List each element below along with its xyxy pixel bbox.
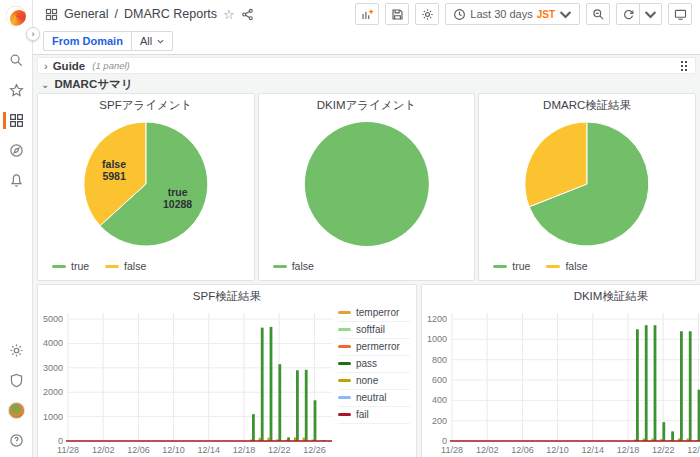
help-icon: [9, 433, 24, 448]
share-icon[interactable]: [241, 8, 254, 21]
svg-text:2000: 2000: [43, 387, 63, 397]
legend-color-dash: [493, 265, 507, 268]
svg-text:200: 200: [432, 416, 447, 426]
svg-text:12/18: 12/18: [233, 445, 256, 455]
sidebar-item-alerting[interactable]: [0, 172, 32, 189]
chart-legend: temperrorsoftfailpermerrorpassnoneneutra…: [338, 301, 416, 457]
from-domain-select[interactable]: All: [132, 31, 173, 51]
panel-title[interactable]: DKIM検証結果: [422, 285, 700, 301]
legend-color-dash: [338, 311, 351, 314]
kiosk-mode-button[interactable]: [668, 3, 692, 25]
svg-text:12/06: 12/06: [127, 445, 150, 455]
panel-title[interactable]: SPF検証結果: [38, 285, 416, 301]
row-drag-handle-icon[interactable]: [680, 60, 689, 71]
sidebar-item-server-admin[interactable]: [0, 372, 32, 389]
add-panel-button[interactable]: [355, 3, 379, 25]
legend-label: true: [512, 260, 530, 272]
legend-item-permerror[interactable]: permerror: [338, 339, 410, 356]
legend-item-true[interactable]: true: [493, 260, 530, 272]
svg-text:12/06: 12/06: [511, 445, 534, 455]
legend-label: false: [124, 260, 146, 272]
legend-color-dash: [338, 328, 351, 331]
svg-text:1000: 1000: [43, 412, 63, 422]
legend-item-fail[interactable]: fail: [338, 407, 410, 424]
spf-result-chart-plot[interactable]: 01000200030004000500011/2812/0212/0612/1…: [38, 301, 338, 457]
svg-text:12/26: 12/26: [687, 445, 700, 455]
sidebar-item-configuration[interactable]: [0, 342, 32, 359]
sidebar-expand-button[interactable]: ›: [26, 27, 40, 41]
refresh-button[interactable]: [616, 3, 640, 25]
dmarc-result-pie-chart[interactable]: [479, 110, 695, 252]
apps-grid-icon: [45, 8, 58, 21]
svg-text:12/02: 12/02: [92, 445, 115, 455]
breadcrumb: General / DMARC Reports ☆: [45, 7, 254, 22]
sidebar-item-explore[interactable]: [0, 142, 32, 159]
legend-item-softfail[interactable]: softfail: [338, 322, 410, 339]
sidebar-item-dashboards[interactable]: [0, 112, 32, 129]
row-dmarc-summary[interactable]: ⌄ DMARCサマリ: [37, 76, 696, 92]
legend-color-dash: [338, 379, 351, 382]
legend-item-temperror[interactable]: temperror: [338, 305, 410, 322]
svg-text:12/18: 12/18: [617, 445, 640, 455]
legend-color-dash: [338, 362, 351, 365]
compass-icon: [9, 143, 24, 158]
favorite-star-icon[interactable]: ☆: [223, 7, 235, 22]
from-domain-value: All: [140, 35, 152, 47]
panel-dkim-result: DKIM検証結果 02004006008001000120011/2812/02…: [421, 284, 700, 457]
panel-title[interactable]: DMARC検証結果: [479, 94, 695, 110]
zoom-out-time-button[interactable]: [586, 3, 610, 25]
legend-item-false[interactable]: false: [273, 260, 314, 272]
bar-panels-row: SPF検証結果 01000200030004000500011/2812/021…: [37, 284, 696, 457]
dashboard-toolbar: Last 30 days JST: [355, 3, 692, 25]
dkim-result-chart-plot[interactable]: 02004006008001000120011/2812/0212/0612/1…: [422, 301, 700, 457]
sidebar-item-help[interactable]: [0, 432, 32, 449]
legend-color-dash: [338, 413, 351, 416]
dashboard-content: › Guide (1 panel) ⌄ DMARCサマリ SPFアライメント t…: [33, 55, 700, 457]
legend-item-true[interactable]: true: [52, 260, 89, 272]
dashboards-grid-icon: [9, 113, 24, 128]
row-summary-title: DMARCサマリ: [54, 77, 132, 92]
svg-text:12/22: 12/22: [652, 445, 675, 455]
monitor-icon: [674, 8, 687, 21]
filter-bar: From Domain All: [33, 28, 700, 55]
panel-title[interactable]: DKIMアライメント: [259, 94, 475, 110]
spf-alignment-pie-chart[interactable]: true10288false5981: [38, 110, 254, 252]
from-domain-label[interactable]: From Domain: [43, 31, 132, 51]
star-icon: [9, 83, 24, 98]
dashboard-settings-button[interactable]: [415, 3, 439, 25]
row-guide[interactable]: › Guide (1 panel): [37, 57, 696, 74]
shield-icon: [9, 373, 24, 388]
legend-label: true: [71, 260, 89, 272]
svg-text:12/14: 12/14: [582, 445, 605, 455]
refresh-interval-dropdown[interactable]: [640, 3, 662, 25]
svg-text:800: 800: [432, 355, 447, 365]
svg-text:12/14: 12/14: [198, 445, 221, 455]
breadcrumb-folder[interactable]: General: [64, 7, 108, 21]
legend-color-dash: [338, 396, 351, 399]
sidebar-item-profile[interactable]: [0, 402, 32, 419]
svg-text:600: 600: [432, 375, 447, 385]
legend-label: temperror: [356, 307, 399, 318]
svg-text:1200: 1200: [427, 314, 447, 324]
time-range-label: Last 30 days: [470, 8, 532, 20]
pie-legend: false: [273, 260, 314, 272]
legend-item-pass[interactable]: pass: [338, 356, 410, 373]
legend-item-false[interactable]: false: [546, 260, 587, 272]
dkim-alignment-pie-chart[interactable]: [259, 110, 475, 252]
legend-item-neutral[interactable]: neutral: [338, 390, 410, 407]
legend-item-none[interactable]: none: [338, 373, 410, 390]
row-expand-chevron: ⌄: [41, 79, 49, 90]
pie-panels-row: SPFアライメント true10288false5981 truefalse D…: [37, 93, 696, 281]
grafana-logo[interactable]: [6, 6, 26, 26]
svg-text:3000: 3000: [43, 363, 63, 373]
svg-text:400: 400: [432, 395, 447, 405]
svg-text:12/10: 12/10: [162, 445, 185, 455]
sidebar-item-starred[interactable]: [0, 82, 32, 99]
sidebar: [0, 0, 33, 457]
time-range-picker[interactable]: Last 30 days JST: [445, 3, 580, 25]
panel-title[interactable]: SPFアライメント: [38, 94, 254, 110]
row-guide-title: Guide: [53, 60, 86, 72]
save-dashboard-button[interactable]: [385, 3, 409, 25]
legend-item-false[interactable]: false: [105, 260, 146, 272]
sidebar-item-search[interactable]: [0, 52, 32, 69]
